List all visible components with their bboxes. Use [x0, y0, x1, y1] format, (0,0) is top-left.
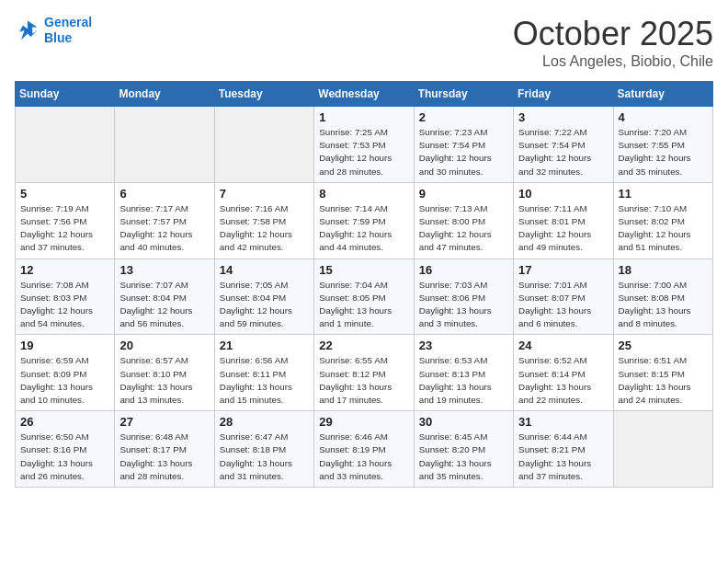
calendar-cell — [115, 107, 214, 183]
calendar-cell: 23Sunrise: 6:53 AM Sunset: 8:13 PM Dayli… — [414, 335, 513, 411]
day-info: Sunrise: 7:03 AM Sunset: 8:06 PM Dayligh… — [419, 279, 508, 331]
day-info: Sunrise: 6:50 AM Sunset: 8:16 PM Dayligh… — [20, 431, 109, 483]
header-friday: Friday — [514, 82, 613, 107]
calendar-cell: 31Sunrise: 6:44 AM Sunset: 8:21 PM Dayli… — [514, 411, 613, 488]
day-number: 8 — [319, 187, 408, 201]
day-info: Sunrise: 7:05 AM Sunset: 8:04 PM Dayligh… — [220, 279, 309, 331]
day-number: 25 — [619, 339, 708, 352]
day-number: 9 — [419, 187, 508, 201]
day-number: 1 — [319, 110, 408, 124]
calendar-cell: 25Sunrise: 6:51 AM Sunset: 8:15 PM Dayli… — [613, 335, 712, 411]
day-info: Sunrise: 7:13 AM Sunset: 8:00 PM Dayligh… — [419, 202, 508, 255]
calendar-cell: 7Sunrise: 7:16 AM Sunset: 7:58 PM Daylig… — [214, 182, 313, 259]
day-info: Sunrise: 6:55 AM Sunset: 8:12 PM Dayligh… — [319, 354, 408, 407]
calendar-cell: 6Sunrise: 7:17 AM Sunset: 7:57 PM Daylig… — [115, 182, 214, 259]
day-number: 20 — [119, 339, 209, 352]
calendar-cell: 22Sunrise: 6:55 AM Sunset: 8:12 PM Dayli… — [314, 335, 414, 411]
day-info: Sunrise: 7:25 AM Sunset: 7:53 PM Dayligh… — [319, 126, 408, 178]
calendar-table: SundayMondayTuesdayWednesdayThursdayFrid… — [15, 81, 713, 488]
day-number: 30 — [419, 415, 508, 429]
day-info: Sunrise: 6:53 AM Sunset: 8:13 PM Dayligh… — [419, 354, 508, 407]
calendar-cell — [214, 107, 313, 183]
day-info: Sunrise: 6:59 AM Sunset: 8:09 PM Dayligh… — [20, 354, 109, 407]
calendar-cell: 29Sunrise: 6:46 AM Sunset: 8:19 PM Dayli… — [314, 411, 414, 488]
calendar-cell: 5Sunrise: 7:19 AM Sunset: 7:56 PM Daylig… — [16, 182, 115, 259]
day-info: Sunrise: 6:57 AM Sunset: 8:10 PM Dayligh… — [119, 354, 209, 407]
calendar-cell: 18Sunrise: 7:00 AM Sunset: 8:08 PM Dayli… — [613, 259, 712, 335]
calendar-cell: 28Sunrise: 6:47 AM Sunset: 8:18 PM Dayli… — [214, 411, 313, 488]
calendar-cell: 3Sunrise: 7:22 AM Sunset: 7:54 PM Daylig… — [514, 107, 613, 183]
calendar-week-2: 5Sunrise: 7:19 AM Sunset: 7:56 PM Daylig… — [16, 182, 713, 259]
logo-icon — [15, 17, 40, 43]
month-title: October 2025 — [513, 15, 713, 53]
day-info: Sunrise: 7:00 AM Sunset: 8:08 PM Dayligh… — [619, 279, 708, 331]
calendar-cell: 11Sunrise: 7:10 AM Sunset: 8:02 PM Dayli… — [613, 182, 712, 259]
calendar-week-4: 19Sunrise: 6:59 AM Sunset: 8:09 PM Dayli… — [16, 335, 713, 411]
day-number: 17 — [518, 263, 608, 277]
svg-marker-0 — [19, 20, 37, 40]
day-info: Sunrise: 7:04 AM Sunset: 8:05 PM Dayligh… — [319, 279, 408, 331]
day-number: 12 — [20, 263, 109, 277]
day-number: 24 — [518, 339, 608, 352]
calendar-cell: 14Sunrise: 7:05 AM Sunset: 8:04 PM Dayli… — [214, 259, 313, 335]
day-number: 29 — [319, 415, 408, 429]
header-thursday: Thursday — [414, 82, 513, 107]
day-info: Sunrise: 6:48 AM Sunset: 8:17 PM Dayligh… — [119, 431, 209, 483]
day-info: Sunrise: 7:14 AM Sunset: 7:59 PM Dayligh… — [319, 202, 408, 255]
day-info: Sunrise: 7:11 AM Sunset: 8:01 PM Dayligh… — [518, 202, 608, 255]
calendar-cell: 19Sunrise: 6:59 AM Sunset: 8:09 PM Dayli… — [16, 335, 115, 411]
calendar-cell: 17Sunrise: 7:01 AM Sunset: 8:07 PM Dayli… — [514, 259, 613, 335]
day-number: 4 — [619, 110, 708, 124]
calendar-cell: 27Sunrise: 6:48 AM Sunset: 8:17 PM Dayli… — [115, 411, 214, 488]
calendar-cell: 12Sunrise: 7:08 AM Sunset: 8:03 PM Dayli… — [16, 259, 115, 335]
logo: General Blue — [15, 15, 92, 46]
calendar-cell: 24Sunrise: 6:52 AM Sunset: 8:14 PM Dayli… — [514, 335, 613, 411]
calendar-cell: 16Sunrise: 7:03 AM Sunset: 8:06 PM Dayli… — [414, 259, 513, 335]
day-number: 22 — [319, 339, 408, 352]
day-info: Sunrise: 7:10 AM Sunset: 8:02 PM Dayligh… — [619, 202, 708, 255]
header-tuesday: Tuesday — [214, 82, 313, 107]
calendar-cell — [613, 411, 712, 488]
day-info: Sunrise: 6:46 AM Sunset: 8:19 PM Dayligh… — [319, 431, 408, 483]
calendar-cell: 15Sunrise: 7:04 AM Sunset: 8:05 PM Dayli… — [314, 259, 414, 335]
location-title: Los Angeles, Biobio, Chile — [513, 53, 713, 70]
day-number: 26 — [20, 415, 109, 429]
day-info: Sunrise: 7:07 AM Sunset: 8:04 PM Dayligh… — [119, 279, 209, 331]
day-number: 7 — [220, 187, 309, 201]
day-info: Sunrise: 7:19 AM Sunset: 7:56 PM Dayligh… — [20, 202, 109, 255]
day-number: 10 — [518, 187, 608, 201]
day-number: 3 — [518, 110, 608, 124]
logo-text: General Blue — [44, 15, 92, 46]
calendar-header-row: SundayMondayTuesdayWednesdayThursdayFrid… — [16, 82, 713, 107]
header-wednesday: Wednesday — [314, 82, 414, 107]
day-number: 2 — [419, 110, 508, 124]
calendar-cell: 10Sunrise: 7:11 AM Sunset: 8:01 PM Dayli… — [514, 182, 613, 259]
day-number: 19 — [20, 339, 109, 352]
calendar-cell — [16, 107, 115, 183]
day-number: 31 — [518, 415, 608, 429]
calendar-cell: 4Sunrise: 7:20 AM Sunset: 7:55 PM Daylig… — [613, 107, 712, 183]
day-number: 18 — [619, 263, 708, 277]
day-info: Sunrise: 7:01 AM Sunset: 8:07 PM Dayligh… — [518, 279, 608, 331]
calendar-cell: 21Sunrise: 6:56 AM Sunset: 8:11 PM Dayli… — [214, 335, 313, 411]
day-number: 15 — [319, 263, 408, 277]
day-number: 14 — [220, 263, 309, 277]
day-number: 28 — [220, 415, 309, 429]
day-info: Sunrise: 6:52 AM Sunset: 8:14 PM Dayligh… — [518, 354, 608, 407]
day-info: Sunrise: 7:16 AM Sunset: 7:58 PM Dayligh… — [220, 202, 309, 255]
calendar-week-1: 1Sunrise: 7:25 AM Sunset: 7:53 PM Daylig… — [16, 107, 713, 183]
day-info: Sunrise: 7:20 AM Sunset: 7:55 PM Dayligh… — [619, 126, 708, 178]
calendar-cell: 1Sunrise: 7:25 AM Sunset: 7:53 PM Daylig… — [314, 107, 414, 183]
calendar-cell: 20Sunrise: 6:57 AM Sunset: 8:10 PM Dayli… — [115, 335, 214, 411]
day-info: Sunrise: 7:17 AM Sunset: 7:57 PM Dayligh… — [119, 202, 209, 255]
title-area: October 2025 Los Angeles, Biobio, Chile — [513, 15, 713, 70]
calendar-cell: 2Sunrise: 7:23 AM Sunset: 7:54 PM Daylig… — [414, 107, 513, 183]
day-info: Sunrise: 7:23 AM Sunset: 7:54 PM Dayligh… — [419, 126, 508, 178]
calendar-week-3: 12Sunrise: 7:08 AM Sunset: 8:03 PM Dayli… — [16, 259, 713, 335]
calendar-cell: 26Sunrise: 6:50 AM Sunset: 8:16 PM Dayli… — [16, 411, 115, 488]
day-info: Sunrise: 7:08 AM Sunset: 8:03 PM Dayligh… — [20, 279, 109, 331]
day-info: Sunrise: 6:44 AM Sunset: 8:21 PM Dayligh… — [518, 431, 608, 483]
day-number: 5 — [20, 187, 109, 201]
day-info: Sunrise: 6:47 AM Sunset: 8:18 PM Dayligh… — [220, 431, 309, 483]
calendar-cell: 9Sunrise: 7:13 AM Sunset: 8:00 PM Daylig… — [414, 182, 513, 259]
